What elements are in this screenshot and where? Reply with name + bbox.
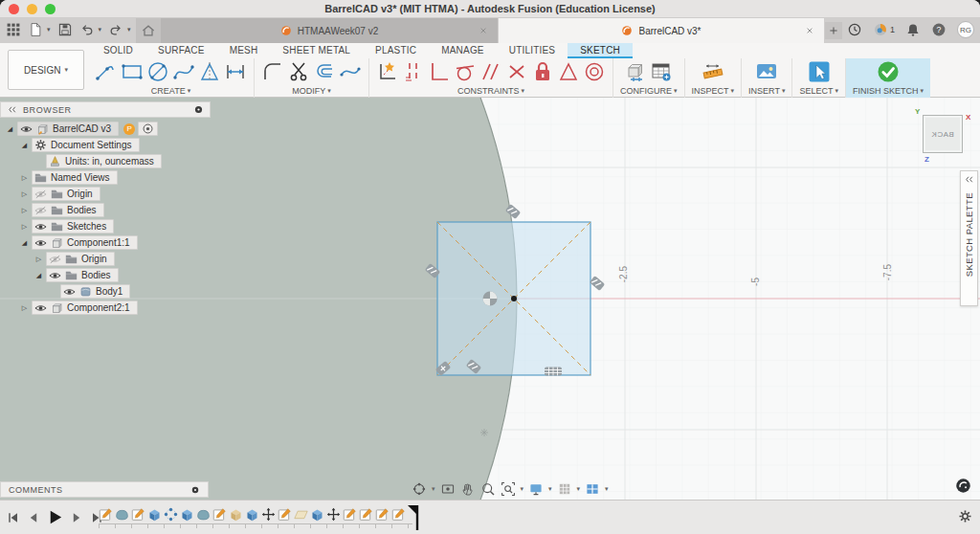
- undo-icon[interactable]: [79, 22, 95, 37]
- collapsed-arrow-icon[interactable]: ▷: [20, 304, 29, 312]
- expanded-arrow-icon[interactable]: ◢: [34, 272, 43, 279]
- group-label-select[interactable]: SELECT▾: [799, 85, 838, 97]
- ribbon-tab-solid[interactable]: SOLID: [91, 43, 145, 58]
- line-tool-icon[interactable]: [95, 60, 118, 83]
- redo-icon[interactable]: [108, 22, 123, 37]
- eye-visible-icon[interactable]: [34, 303, 47, 313]
- tree-item-chip[interactable]: Bodies: [46, 268, 119, 282]
- tree-item-chip[interactable]: Named Views: [32, 170, 118, 185]
- undo-caret[interactable]: ▾: [99, 26, 102, 33]
- timeline-feature-sketch[interactable]: [391, 507, 406, 522]
- group-label-inspect[interactable]: INSPECT▾: [692, 85, 735, 97]
- offset-tool-icon[interactable]: [313, 60, 336, 83]
- timeline-feature-extrude[interactable]: [245, 507, 259, 522]
- ribbon-tab-mesh[interactable]: MESH: [217, 43, 271, 58]
- expanded-arrow-icon[interactable]: ◢: [20, 142, 29, 149]
- expanded-arrow-icon[interactable]: ◢: [6, 125, 14, 133]
- ribbon-tab-manage[interactable]: MANAGE: [429, 43, 497, 58]
- timeline-feature-sketch[interactable]: [131, 507, 145, 522]
- dropdown-caret[interactable]: ▾: [577, 485, 581, 493]
- collapsed-arrow-icon[interactable]: ▷: [34, 256, 43, 263]
- timeline-position-marker[interactable]: [406, 503, 419, 532]
- browser-row-origin[interactable]: ▷Origin: [0, 251, 211, 267]
- orbit-icon[interactable]: [412, 481, 427, 497]
- collapsed-arrow-icon[interactable]: ▷: [20, 174, 29, 182]
- new-tab-button[interactable]: [825, 22, 842, 39]
- timeline-feature-sketch[interactable]: [343, 507, 357, 522]
- timeline-feature-sketch[interactable]: [212, 507, 227, 522]
- close-tab-icon[interactable]: [478, 25, 489, 36]
- tree-item-chip[interactable]: Component1:1: [32, 235, 138, 250]
- viewcube[interactable]: Y X BACK Z: [911, 105, 974, 165]
- collapsed-arrow-icon[interactable]: ▷: [20, 207, 29, 214]
- timeline-feature-circular-pattern[interactable]: [164, 507, 178, 522]
- browser-row-origin[interactable]: ▷Origin: [0, 186, 211, 202]
- timeline-feature-move[interactable]: [326, 507, 341, 522]
- close-tab-icon[interactable]: [804, 25, 815, 36]
- eye-visible-icon[interactable]: [20, 124, 33, 134]
- timeline-feature-extrude[interactable]: [147, 507, 162, 522]
- timeline-settings-gear-icon[interactable]: [958, 509, 972, 523]
- zoom-icon[interactable]: [480, 481, 496, 497]
- browser-row-bodies[interactable]: ◢Bodies: [0, 267, 211, 283]
- panel-options-icon[interactable]: [193, 104, 204, 115]
- eye-hidden-icon[interactable]: [49, 255, 61, 264]
- browser-row-component1-1[interactable]: ◢Component1:1: [0, 234, 211, 251]
- activate-radio-icon[interactable]: [142, 122, 154, 135]
- expand-palette-icon[interactable]: [964, 174, 974, 185]
- trim-tool-icon[interactable]: [287, 60, 310, 83]
- eye-visible-icon[interactable]: [63, 287, 76, 297]
- eye-visible-icon[interactable]: [34, 238, 47, 248]
- insert-image-icon[interactable]: [755, 60, 778, 83]
- timeline-step-back-icon[interactable]: [26, 510, 41, 525]
- fit-icon[interactable]: [501, 481, 516, 497]
- circle-tool-icon[interactable]: [146, 60, 169, 83]
- group-label-configure[interactable]: CONFIGURE▾: [620, 85, 678, 97]
- save-icon[interactable]: [57, 22, 73, 37]
- browser-row-units-in-ouncemass[interactable]: Units: in, ouncemass: [0, 153, 211, 169]
- browser-row-sketches[interactable]: ▷Sketches: [0, 218, 211, 234]
- workspace-switcher[interactable]: DESIGN ▾: [8, 50, 84, 90]
- browser-header[interactable]: BROWSER: [0, 101, 211, 118]
- symmetry-constraint-icon[interactable]: [557, 60, 580, 83]
- timeline-feature-construction-plane[interactable]: [294, 507, 308, 522]
- user-avatar[interactable]: RG: [957, 21, 974, 38]
- assistant-icon[interactable]: [955, 478, 971, 494]
- dropdown-caret[interactable]: ▾: [605, 485, 609, 493]
- ribbon-tab-surface[interactable]: SURFACE: [145, 43, 217, 58]
- dimension-tool-icon[interactable]: [224, 60, 247, 83]
- ribbon-tab-utilities[interactable]: UTILITIES: [497, 43, 568, 58]
- tree-item-chip[interactable]: Body1: [60, 284, 130, 299]
- grid-and-snaps-icon[interactable]: [557, 481, 572, 497]
- ribbon-tab-plastic[interactable]: PLASTIC: [363, 43, 429, 58]
- tree-item-chip[interactable]: Origin: [46, 252, 115, 266]
- eye-hidden-icon[interactable]: [34, 189, 47, 199]
- timeline-feature-sketch[interactable]: [99, 507, 113, 522]
- file-menu-icon[interactable]: [28, 22, 43, 37]
- configure-icon[interactable]: [624, 60, 647, 83]
- finish-sketch-check-icon[interactable]: [877, 60, 900, 83]
- ribbon-tab-sheet-metal[interactable]: SHEET METAL: [270, 43, 363, 58]
- eye-visible-icon[interactable]: [34, 222, 47, 232]
- group-label-insert[interactable]: INSERT▾: [748, 85, 785, 97]
- notifications-bell-icon[interactable]: [905, 22, 921, 37]
- comments-bar[interactable]: COMMENTS: [0, 481, 209, 498]
- collapsed-arrow-icon[interactable]: ▷: [20, 190, 29, 198]
- browser-row-body1[interactable]: Body1: [0, 283, 211, 300]
- group-label-modify[interactable]: MODIFY▾: [292, 85, 331, 97]
- auto-dimension-icon[interactable]: [376, 60, 399, 83]
- expanded-arrow-icon[interactable]: ◢: [20, 239, 29, 247]
- timeline-feature-move[interactable]: [261, 507, 276, 522]
- sketch-palette-tab[interactable]: SKETCH PALETTE: [960, 170, 978, 306]
- document-tab-inactive[interactable]: HTMAAWeek07 v2: [161, 18, 498, 43]
- home-button[interactable]: [136, 18, 161, 43]
- perpendicular-constraint-icon[interactable]: [428, 60, 451, 83]
- timeline-feature-extrude[interactable]: [180, 507, 194, 522]
- timeline-play-icon[interactable]: [46, 508, 64, 526]
- timeline-feature-sketch[interactable]: [278, 507, 292, 522]
- zoom-window-button[interactable]: [45, 4, 56, 14]
- sketch-center-point[interactable]: [511, 296, 517, 301]
- timeline-feature-sketch[interactable]: [375, 507, 390, 522]
- dropdown-caret[interactable]: ▾: [548, 485, 552, 493]
- close-window-button[interactable]: [9, 4, 19, 14]
